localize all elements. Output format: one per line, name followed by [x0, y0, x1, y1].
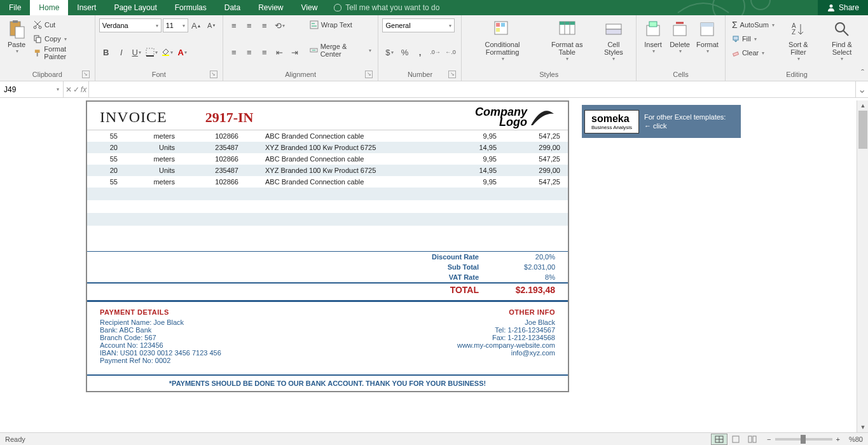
scroll-thumb[interactable] [858, 111, 867, 149]
svg-rect-18 [496, 23, 500, 27]
insert-cells-button[interactable]: Insert▾ [640, 18, 666, 55]
comma-format-button[interactable]: , [413, 45, 427, 59]
cut-button[interactable]: Cut [31, 18, 91, 32]
delete-cells-button[interactable]: Delete▾ [667, 18, 692, 55]
sheet[interactable]: INVOICE 2917-IN CompanyLogo 55meters1028… [0, 100, 857, 432]
group-styles: Conditional Formatting▾ Format as Table▾… [462, 15, 637, 81]
tab-data[interactable]: Data [216, 0, 249, 15]
bold-button[interactable]: B [99, 45, 113, 59]
paste-icon [6, 19, 27, 39]
font-name-select[interactable]: Verdana▾ [99, 18, 162, 32]
zoom-level[interactable]: %80 [849, 435, 863, 443]
svg-rect-9 [36, 38, 41, 43]
decrease-decimal-button[interactable]: ←.0 [443, 45, 457, 59]
align-middle-button[interactable]: ≡ [242, 18, 256, 32]
bulb-icon [334, 4, 341, 11]
wrap-text-button[interactable]: Wrap Text [307, 18, 375, 32]
align-top-button[interactable]: ≡ [227, 18, 241, 32]
decrease-indent-button[interactable]: ⇤ [273, 45, 287, 59]
percent-format-button[interactable]: % [397, 45, 411, 59]
svg-rect-28 [649, 22, 657, 27]
enter-formula-button[interactable]: ✓ [73, 83, 79, 96]
underline-button[interactable]: U▾ [130, 45, 144, 59]
tab-home[interactable]: Home [30, 0, 68, 15]
tab-view[interactable]: View [293, 0, 327, 15]
number-format-select[interactable]: General▾ [382, 18, 455, 32]
align-bottom-button[interactable]: ≡ [258, 18, 272, 32]
worksheet-area: INVOICE 2917-IN CompanyLogo 55meters1028… [0, 100, 868, 432]
accounting-format-button[interactable]: $▾ [382, 45, 396, 59]
svg-rect-20 [496, 28, 500, 32]
zoom-in-button[interactable]: + [836, 435, 840, 443]
tab-file[interactable]: File [0, 0, 30, 15]
clipboard-launcher[interactable]: ↘ [82, 71, 90, 78]
expand-formula-bar[interactable]: ⌄ [855, 81, 868, 97]
alignment-launcher[interactable]: ↘ [365, 71, 373, 78]
svg-rect-33 [733, 52, 738, 56]
svg-rect-5 [15, 27, 24, 38]
company-logo: CompanyLogo [475, 107, 555, 127]
table-row: 55meters102866ABC Branded Connection cab… [87, 130, 568, 142]
find-select-button[interactable]: Find & Select▾ [820, 18, 864, 63]
font-launcher[interactable]: ↘ [210, 71, 217, 78]
table-row: 55meters102866ABC Branded Connection cab… [87, 153, 568, 165]
cell-styles-button[interactable]: Cell Styles▾ [595, 18, 632, 63]
format-cells-button[interactable]: Format▾ [694, 18, 721, 55]
paste-button[interactable]: Paste▾ [4, 18, 29, 55]
italic-button[interactable]: I [114, 45, 128, 59]
align-right-button[interactable]: ≡ [258, 45, 272, 59]
tab-review[interactable]: Review [249, 0, 292, 15]
cancel-formula-button[interactable]: ✕ [65, 83, 72, 96]
fx-button[interactable]: fx [81, 83, 86, 96]
font-size-select[interactable]: 11▾ [163, 18, 188, 32]
svg-rect-32 [733, 36, 738, 40]
formula-input[interactable] [89, 81, 855, 97]
conditional-formatting-button[interactable]: Conditional Formatting▾ [465, 18, 539, 63]
svg-point-6 [34, 26, 36, 29]
merge-center-button[interactable]: Merge & Center▾ [307, 43, 375, 57]
increase-indent-button[interactable]: ⇥ [288, 45, 302, 59]
svg-text:Z: Z [792, 29, 796, 36]
tab-formulas[interactable]: Formulas [166, 0, 216, 15]
share-button[interactable]: Share [818, 0, 868, 15]
scroll-down-button[interactable]: ▼ [857, 422, 868, 432]
zoom-slider[interactable] [775, 438, 832, 441]
align-left-button[interactable]: ≡ [227, 45, 241, 59]
format-as-table-button[interactable]: Format as Table▾ [541, 18, 594, 63]
vertical-scrollbar[interactable]: ▲ ▼ [857, 100, 868, 432]
number-launcher[interactable]: ↘ [448, 71, 456, 78]
tell-me-search[interactable]: Tell me what you want to do [326, 0, 447, 15]
format-painter-button[interactable]: Format Painter [31, 46, 91, 60]
tab-page-layout[interactable]: Page Layout [105, 0, 165, 15]
page-layout-view-button[interactable] [727, 434, 744, 445]
fill-color-button[interactable]: ▾ [160, 45, 174, 59]
svg-point-2 [829, 4, 832, 8]
decrease-font-button[interactable]: A▼ [205, 18, 219, 32]
someka-banner[interactable]: somekaBusiness Analysis For other Excel … [582, 105, 741, 138]
zoom-out-button[interactable]: − [767, 435, 771, 443]
other-info: OTHER INFO Joe Black Tel: 1-216-1234567 … [457, 308, 555, 364]
clear-button[interactable]: Clear▾ [729, 46, 777, 60]
invoice-title: INVOICE [100, 109, 167, 126]
increase-decimal-button[interactable]: .0→ [428, 45, 442, 59]
scroll-up-button[interactable]: ▲ [857, 100, 868, 111]
collapse-ribbon-button[interactable]: ˆ [861, 68, 864, 78]
svg-rect-22 [560, 22, 575, 25]
svg-point-0 [713, 0, 745, 15]
copy-icon [33, 34, 42, 43]
increase-font-button[interactable]: A▲ [189, 18, 203, 32]
border-button[interactable]: ▾ [145, 45, 159, 59]
orientation-button[interactable]: ⟲▾ [273, 18, 287, 32]
name-box[interactable]: J49▾ [0, 81, 64, 97]
page-break-view-button[interactable] [744, 434, 761, 445]
svg-rect-12 [146, 48, 154, 56]
autosum-button[interactable]: ΣAutoSum▾ [729, 18, 777, 32]
normal-view-button[interactable] [711, 434, 727, 445]
fill-button[interactable]: Fill▾ [729, 32, 777, 46]
align-center-button[interactable]: ≡ [242, 45, 256, 59]
svg-line-37 [843, 31, 848, 36]
font-color-button[interactable]: A▾ [176, 45, 189, 59]
copy-button[interactable]: Copy▾ [31, 32, 91, 46]
sort-filter-button[interactable]: AZSort & Filter▾ [778, 18, 818, 63]
tab-insert[interactable]: Insert [68, 0, 105, 15]
